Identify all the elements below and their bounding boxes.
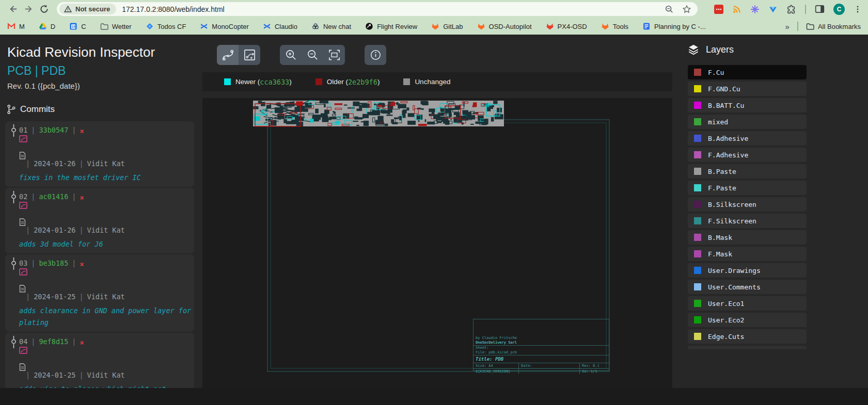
- commit-item[interactable]: 02|ac01416|×|2024-01-26|Vidit Katadds 3d…: [5, 188, 194, 253]
- menu-kebab-icon[interactable]: [854, 5, 862, 13]
- zoom-out-button[interactable]: [302, 45, 323, 65]
- security-chip[interactable]: Not secure: [59, 4, 116, 14]
- zoom-in-button[interactable]: [280, 45, 302, 65]
- security-label: Not secure: [75, 5, 110, 13]
- layer-color-swatch: [694, 151, 701, 158]
- calendar-icon: 19: [69, 22, 77, 30]
- extensions-puzzle-icon[interactable]: [786, 4, 796, 14]
- zoom-fit-button[interactable]: [323, 45, 345, 65]
- bookmark-item[interactable]: 19C: [69, 22, 86, 30]
- bookmark-item[interactable]: New chat: [311, 22, 351, 30]
- commit-doc-icon[interactable]: [19, 152, 194, 159]
- bookmark-item[interactable]: Planning by C -...: [642, 22, 706, 30]
- commit-item[interactable]: 03|be3b185|×|2024-01-25|Vidit Katadds cl…: [5, 254, 194, 332]
- password-extension-icon[interactable]: [714, 5, 723, 14]
- bookmark-item[interactable]: GitLab: [431, 22, 463, 30]
- layer-item[interactable]: B.BATT.Cu: [688, 98, 807, 112]
- bookmarks-overflow-chevron[interactable]: »: [785, 22, 790, 31]
- fox-orange-icon: [431, 22, 439, 30]
- side-panel-icon[interactable]: [815, 4, 825, 14]
- commit-hash[interactable]: 33b0547: [39, 126, 68, 134]
- pcb-diff-icon[interactable]: [19, 202, 194, 209]
- layer-item[interactable]: B.Adhesive: [688, 131, 807, 145]
- commit-item[interactable]: 04|9ef8d15|×|2024-01-25|Vidit Katadds vi…: [5, 333, 194, 388]
- layer-item[interactable]: User.Eco1: [688, 296, 807, 311]
- commit-doc-icon[interactable]: [19, 285, 194, 293]
- layer-item[interactable]: F.GND.Cu: [688, 82, 807, 96]
- url-bar[interactable]: Not secure 172.17.0.2:8080/web/index.htm…: [57, 2, 698, 16]
- commit-node-icon: [10, 257, 18, 327]
- gem-extension-icon[interactable]: [768, 5, 778, 14]
- layer-item[interactable]: User.Eco2: [688, 313, 807, 327]
- commit-hash[interactable]: ac01416: [39, 192, 68, 201]
- bookmark-item[interactable]: OSD-Autopilot: [477, 22, 532, 30]
- snowflake-extension-icon[interactable]: [750, 5, 760, 14]
- layer-item[interactable]: F.Mask: [688, 247, 807, 261]
- layer-item[interactable]: F.Paste: [688, 181, 807, 195]
- unchanged-swatch: [403, 78, 410, 85]
- forward-button[interactable]: [21, 2, 36, 17]
- commit-doc-icon[interactable]: [19, 218, 194, 226]
- commit-node-icon: [10, 335, 18, 388]
- bookmark-item[interactable]: Flight Review: [365, 22, 417, 30]
- bookmark-label: Flight Review: [377, 23, 417, 30]
- layer-item[interactable]: F.Silkscreen: [688, 214, 807, 228]
- layer-item[interactable]: F.Cu: [688, 65, 807, 79]
- commit-item[interactable]: 01|33b0547|×|2024-01-26|Vidit Katfixes i…: [5, 121, 194, 187]
- layer-item[interactable]: B.Mask: [688, 230, 807, 245]
- legend-older: Older (2e2b9f6): [315, 78, 380, 86]
- commit-hash[interactable]: 9ef8d15: [39, 337, 68, 346]
- layer-item[interactable]: User.Comments: [688, 280, 807, 294]
- pcb-diff-icon[interactable]: [19, 347, 194, 354]
- profile-avatar[interactable]: C: [833, 4, 845, 15]
- layer-item[interactable]: Margin: [688, 346, 807, 349]
- schematic-view-button[interactable]: [217, 45, 239, 65]
- layer-item[interactable]: F.Adhesive: [688, 148, 807, 162]
- titleblock-title: Title: PDB: [474, 355, 609, 363]
- layer-color-swatch: [694, 135, 701, 142]
- back-button[interactable]: [5, 2, 21, 17]
- commit-message: adds clearance in GND and power layer fo…: [19, 306, 194, 327]
- bookmark-item[interactable]: MonoCopter: [200, 22, 249, 30]
- bookmark-star-icon[interactable]: [682, 5, 691, 14]
- layer-item[interactable]: B.Paste: [688, 164, 807, 179]
- pcb-diff-icon[interactable]: [19, 268, 194, 276]
- commit-doc-icon[interactable]: [19, 363, 194, 371]
- diff-legend: Newer (cca3633) Older (2e2b9f6) Unchange…: [202, 72, 672, 91]
- pcb-diff-canvas[interactable]: by Claudio Fritsche OneSecDelivery Sarl …: [202, 98, 672, 388]
- rss-extension-icon[interactable]: [732, 5, 741, 14]
- commits-heading-label: Commits: [20, 104, 55, 115]
- commit-meta: 01|33b0547|×|2024-01-26|Vidit Kat: [19, 126, 194, 169]
- board-view-button[interactable]: [239, 45, 260, 65]
- nav-link-pcb[interactable]: PCB: [7, 64, 31, 77]
- reload-button[interactable]: [36, 2, 52, 17]
- layer-item[interactable]: Edge.Cuts: [688, 329, 807, 344]
- layer-label: F.Silkscreen: [708, 217, 756, 225]
- bookmark-item[interactable]: Tools: [601, 22, 628, 30]
- layer-item[interactable]: B.Silkscreen: [688, 197, 807, 212]
- legend-newer: Newer (cca3633): [224, 78, 292, 86]
- bookmark-item[interactable]: Wetter: [100, 22, 132, 30]
- bookmark-item[interactable]: M: [7, 22, 25, 30]
- nav-link-pdb[interactable]: PDB: [41, 64, 66, 77]
- layer-label: B.Mask: [708, 234, 732, 241]
- bookmark-item[interactable]: PX4-OSD: [546, 22, 587, 30]
- layer-color-swatch: [694, 217, 701, 224]
- toolbar-separator: [805, 5, 806, 14]
- bookmark-item[interactable]: Todos CF: [146, 22, 186, 30]
- pcb-diff-icon[interactable]: [19, 135, 194, 142]
- all-bookmarks-button[interactable]: All Bookmarks: [806, 22, 861, 30]
- layer-label: F.Mask: [708, 250, 732, 258]
- zoom-indicator-icon[interactable]: [665, 5, 674, 14]
- layers-heading: Layers: [688, 44, 868, 55]
- titleblock-author: by Claudio Fritsche: [474, 336, 609, 341]
- layer-item[interactable]: User.Drawings: [688, 263, 807, 278]
- layers-list: F.CuF.GND.CuB.BATT.CumixedB.AdhesiveF.Ad…: [688, 65, 868, 349]
- info-button[interactable]: [365, 45, 386, 65]
- layer-color-swatch: [694, 267, 701, 274]
- browser-toolbar: Not secure 172.17.0.2:8080/web/index.htm…: [0, 0, 868, 18]
- bookmark-item[interactable]: Claudio: [263, 22, 297, 30]
- commit-hash[interactable]: be3b185: [39, 259, 68, 267]
- bookmark-item[interactable]: D: [39, 22, 55, 30]
- layer-item[interactable]: mixed: [688, 115, 807, 129]
